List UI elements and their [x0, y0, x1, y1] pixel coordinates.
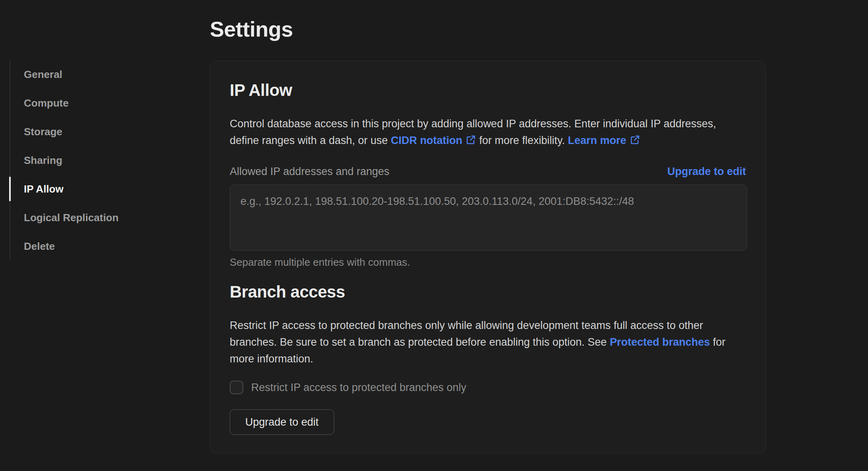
- restrict-ip-checkbox-row: Restrict IP access to protected branches…: [230, 381, 746, 394]
- settings-sidebar-nav: General Compute Storage Sharing IP Allow…: [10, 60, 176, 261]
- ip-allow-description-text-2: for more flexibility.: [476, 134, 568, 146]
- external-link-icon: [465, 134, 476, 145]
- sidebar-item-compute[interactable]: Compute: [10, 89, 176, 117]
- branch-access-description: Restrict IP access to protected branches…: [230, 317, 746, 367]
- branch-access-heading: Branch access: [230, 282, 746, 302]
- upgrade-to-edit-button[interactable]: Upgrade to edit: [230, 409, 334, 435]
- ip-allow-heading: IP Allow: [230, 80, 746, 100]
- protected-branches-link[interactable]: Protected branches: [610, 336, 710, 348]
- ip-allow-settings-panel: IP Allow Control database access in this…: [210, 61, 766, 453]
- sidebar-item-general[interactable]: General: [10, 60, 176, 89]
- cidr-notation-link[interactable]: CIDR notation: [391, 134, 462, 146]
- learn-more-link[interactable]: Learn more: [568, 134, 626, 146]
- sidebar-item-logical-replication[interactable]: Logical Replication: [10, 203, 176, 232]
- allowed-ips-field-row: Allowed IP addresses and ranges Upgrade …: [230, 163, 746, 180]
- sidebar-item-sharing[interactable]: Sharing: [10, 146, 176, 175]
- allowed-ips-textarea[interactable]: [230, 185, 747, 251]
- sidebar-item-storage[interactable]: Storage: [10, 117, 176, 146]
- sidebar-item-delete[interactable]: Delete: [10, 232, 176, 261]
- restrict-ip-checkbox-label: Restrict IP access to protected branches…: [251, 381, 466, 394]
- external-link-icon: [630, 134, 640, 145]
- restrict-ip-checkbox[interactable]: [230, 381, 243, 394]
- page-title: Settings: [210, 17, 293, 41]
- allowed-ips-field-label: Allowed IP addresses and ranges: [230, 163, 389, 180]
- upgrade-to-edit-link[interactable]: Upgrade to edit: [667, 163, 746, 180]
- allowed-ips-helper-text: Separate multiple entries with commas.: [230, 256, 746, 269]
- ip-allow-description: Control database access in this project …: [230, 115, 746, 149]
- sidebar-item-ip-allow[interactable]: IP Allow: [10, 175, 176, 203]
